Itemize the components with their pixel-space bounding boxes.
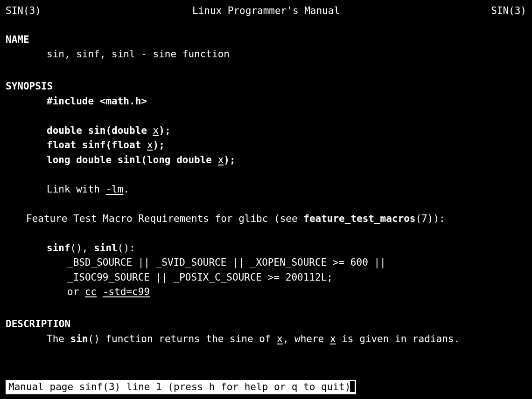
ftm-funcs: sinf(), sinl(): (47, 241, 526, 256)
ftm-cc: cc (85, 286, 97, 297)
man-header: SIN(3) Linux Programmer's Manual SIN(3) (6, 4, 526, 19)
desc-1: The (47, 333, 70, 344)
ftm-func-sinf: sinf (47, 242, 70, 254)
cursor-icon (350, 380, 355, 392)
ftm-intro-ref: feature_test_macros (303, 213, 415, 224)
synopsis-link: Link with -lm. (47, 182, 526, 197)
link-post: . (123, 184, 129, 195)
proto-text: long double sinl(long double (47, 154, 218, 165)
proto-arg: x (147, 139, 153, 151)
section-description-heading: DESCRIPTION (6, 317, 526, 332)
pager-status-bar[interactable]: Manual page sinf(3) line 1 (press h for … (6, 380, 356, 395)
ftm-line1: _BSD_SOURCE || _SVID_SOURCE || _XOPEN_SO… (67, 255, 526, 270)
include-header: <math.h> (100, 96, 147, 107)
proto-text: ); (159, 125, 170, 136)
proto-arg: x (153, 125, 159, 136)
proto-text: double sin(double (47, 125, 153, 136)
header-center: Linux Programmer's Manual (41, 4, 491, 19)
synopsis-proto-sin: double sin(double x); (47, 124, 526, 138)
status-text: Manual page sinf(3) line 1 (press h for … (8, 381, 350, 392)
synopsis-include: #include <math.h> (47, 94, 526, 109)
ftm-line2: _ISOC99_SOURCE || _POSIX_C_SOURCE >= 200… (67, 270, 526, 285)
synopsis-proto-sinf: float sinf(float x); (47, 138, 526, 153)
desc-x2: x (330, 333, 336, 344)
man-page-terminal[interactable]: SIN(3) Linux Programmer's Manual SIN(3) … (0, 0, 532, 399)
link-pre: Link with (47, 184, 105, 195)
proto-text: float sinf(float (47, 139, 147, 151)
section-name-heading: NAME (6, 33, 526, 48)
synopsis-proto-sinl: long double sinl(long double x); (47, 153, 526, 168)
proto-arg: x (218, 154, 224, 165)
ftm-func-sinl: sinl (94, 242, 118, 254)
section-name-text: sin, sinf, sinl - sine function (47, 47, 526, 62)
include-directive: #include (47, 96, 100, 107)
ftm-line3: or cc -std=c99 (67, 285, 526, 300)
section-synopsis-heading: SYNOPSIS (6, 79, 526, 94)
ftm-or: or (67, 286, 85, 297)
ftm-func-colon: (): (118, 242, 135, 254)
proto-text: ); (224, 154, 235, 165)
ftm-intro-a: Feature Test Macro Requirements for glib… (26, 213, 303, 224)
desc-3: () function returns the sine of (88, 333, 277, 344)
description-text: The sin() function returns the sine of x… (47, 332, 526, 347)
header-left: SIN(3) (6, 4, 41, 19)
header-right: SIN(3) (491, 4, 526, 19)
ftm-intro: Feature Test Macro Requirements for glib… (26, 212, 526, 227)
desc-5: , where (283, 333, 330, 344)
desc-7: is given in radians. (336, 333, 460, 344)
desc-x1: x (277, 333, 283, 344)
ftm-space (97, 286, 103, 297)
link-flag: -lm (105, 184, 123, 195)
desc-fn: sin (70, 333, 88, 344)
ftm-intro-c: (7)): (415, 213, 445, 224)
ftm-std: -std=c99 (103, 286, 150, 297)
ftm-func-sep: (), (70, 242, 94, 254)
proto-text: ); (153, 139, 165, 151)
